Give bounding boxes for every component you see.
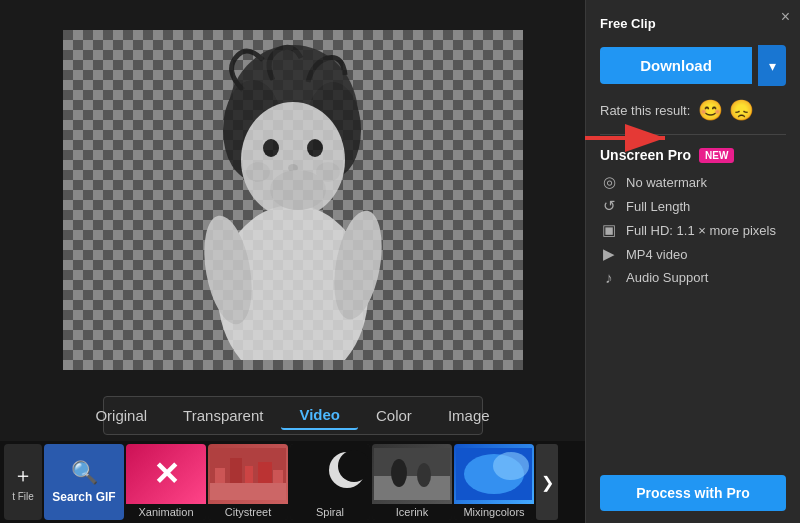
- mixing-thumbnail: [456, 448, 532, 500]
- strip-item-spiral[interactable]: Spiral: [290, 444, 370, 520]
- svg-point-29: [391, 459, 407, 487]
- right-panel: × Free Clip Download ▾ Rate this result:…: [585, 0, 800, 523]
- add-file-button[interactable]: ＋ t File: [4, 444, 42, 520]
- svg-point-16: [270, 170, 326, 210]
- chevron-down-icon: ▾: [769, 58, 776, 74]
- tabs-row: Original Transparent Video Color Image: [103, 396, 483, 435]
- icerink-thumbnail: [374, 448, 450, 500]
- svg-point-33: [493, 452, 529, 480]
- preview-area: [0, 0, 585, 390]
- download-row: Download ▾: [600, 45, 786, 86]
- plus-icon: ＋: [13, 462, 33, 489]
- city-thumbnail: [210, 448, 286, 500]
- tab-video[interactable]: Video: [281, 401, 358, 430]
- svg-point-7: [307, 139, 323, 157]
- feature-no-watermark: ◎ No watermark: [600, 173, 786, 191]
- add-file-label: t File: [12, 491, 34, 502]
- no-watermark-icon: ◎: [600, 173, 618, 191]
- strip-item-mixingcolors[interactable]: Mixingcolors: [454, 444, 534, 520]
- feature-audio-label: Audio Support: [626, 270, 708, 285]
- search-icon: 🔍: [71, 460, 98, 486]
- mp4-icon: ▶: [600, 245, 618, 263]
- svg-point-6: [263, 139, 279, 157]
- strip-thumb-mixingcolors: [454, 444, 534, 504]
- feature-full-length: ↺ Full Length: [600, 197, 786, 215]
- x-icon: ✕: [153, 455, 180, 493]
- free-clip-title: Free Clip: [600, 16, 786, 31]
- pro-label: Unscreen Pro: [600, 147, 691, 163]
- svg-point-30: [417, 463, 431, 487]
- svg-rect-28: [374, 476, 450, 500]
- strip-thumb-xanimation: ✕: [126, 444, 206, 504]
- strip-label-icerink: Icerink: [372, 504, 452, 520]
- strip-label-citystreet: Citystreet: [208, 504, 288, 520]
- preview-canvas: [63, 30, 523, 370]
- feature-full-hd: ▣ Full HD: 1.1 × more pixels: [600, 221, 786, 239]
- sad-face-button[interactable]: 😞: [729, 98, 754, 122]
- preview-image: [153, 40, 433, 360]
- main-area: Original Transparent Video Color Image ＋…: [0, 0, 585, 523]
- tab-original[interactable]: Original: [77, 402, 165, 429]
- search-gif-button[interactable]: 🔍 Search GIF: [44, 444, 124, 520]
- feature-full-length-label: Full Length: [626, 199, 690, 214]
- close-button[interactable]: ×: [781, 8, 790, 26]
- full-length-icon: ↺: [600, 197, 618, 215]
- rate-label: Rate this result:: [600, 103, 690, 118]
- feature-no-watermark-label: No watermark: [626, 175, 707, 190]
- divider: [600, 134, 786, 135]
- strip-item-xanimation[interactable]: ✕ Xanimation: [126, 444, 206, 520]
- feature-full-hd-label: Full HD: 1.1 × more pixels: [626, 223, 776, 238]
- tab-color[interactable]: Color: [358, 402, 430, 429]
- full-hd-icon: ▣: [600, 221, 618, 239]
- chevron-right-icon: ❯: [541, 473, 554, 492]
- bottom-strip: ＋ t File 🔍 Search GIF ✕ Xanimation: [0, 441, 585, 523]
- svg-rect-23: [210, 483, 286, 500]
- download-button[interactable]: Download: [600, 47, 752, 84]
- strip-item-icerink[interactable]: Icerink: [372, 444, 452, 520]
- pro-row: Unscreen Pro NEW: [600, 147, 786, 163]
- spiral-thumbnail: [292, 448, 368, 500]
- audio-icon: ♪: [600, 269, 618, 286]
- feature-list: ◎ No watermark ↺ Full Length ▣ Full HD: …: [600, 173, 786, 286]
- tab-image[interactable]: Image: [430, 402, 508, 429]
- rate-row: Rate this result: 😊 😞: [600, 98, 786, 122]
- feature-audio: ♪ Audio Support: [600, 269, 786, 286]
- strip-thumb-icerink: [372, 444, 452, 504]
- strip-label-xanimation: Xanimation: [126, 504, 206, 520]
- strip-item-citystreet[interactable]: Citystreet: [208, 444, 288, 520]
- process-pro-button[interactable]: Process with Pro: [600, 475, 786, 511]
- strip-thumb-citystreet: [208, 444, 288, 504]
- feature-mp4: ▶ MP4 video: [600, 245, 786, 263]
- strip-label-spiral: Spiral: [290, 504, 370, 520]
- feature-mp4-label: MP4 video: [626, 247, 687, 262]
- rate-icons: 😊 😞: [698, 98, 754, 122]
- strip-label-mixingcolors: Mixingcolors: [454, 504, 534, 520]
- search-gif-label: Search GIF: [52, 490, 115, 504]
- strip-next-button[interactable]: ❯: [536, 444, 558, 520]
- svg-point-10: [246, 162, 270, 182]
- tab-transparent[interactable]: Transparent: [165, 402, 281, 429]
- download-dropdown-button[interactable]: ▾: [758, 45, 786, 86]
- new-badge: NEW: [699, 148, 734, 163]
- strip-thumb-spiral: [290, 444, 370, 504]
- happy-face-button[interactable]: 😊: [698, 98, 723, 122]
